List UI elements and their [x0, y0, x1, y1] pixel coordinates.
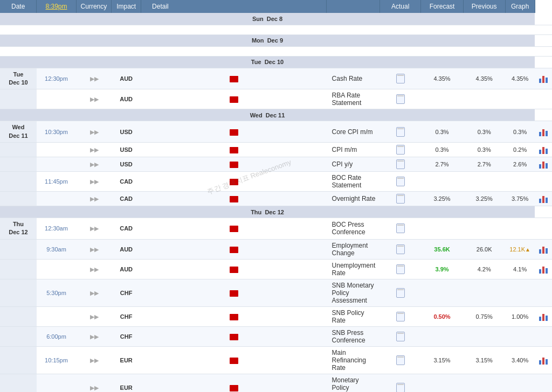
sound-icon[interactable]: ▶▶	[90, 146, 98, 152]
col-header-impact: Impact	[112, 0, 141, 13]
time-cell	[37, 259, 76, 279]
doc-icon[interactable]	[396, 145, 405, 155]
forecast-cell: 26.0K	[463, 239, 505, 259]
day-header-row: Thu Dec 12	[0, 206, 552, 218]
detail-cell: SNB Press Conference	[327, 326, 380, 346]
impact-cell	[141, 306, 327, 326]
day-label: Mon Dec 9	[252, 37, 283, 44]
col-header-time[interactable]: 8:39pm	[37, 0, 76, 13]
actual-cell	[421, 172, 463, 192]
forecast-cell	[463, 218, 505, 240]
sound-icon[interactable]: ▶▶	[90, 313, 98, 319]
flag-icon	[230, 358, 238, 364]
sound-cell: ▶▶	[76, 89, 112, 109]
flag-icon	[230, 226, 238, 232]
sound-cell: ▶▶	[76, 172, 112, 192]
info-cell	[380, 89, 421, 109]
empty-day-row	[0, 46, 552, 56]
col-header-previous: Previous	[463, 0, 505, 13]
previous-cell: 3.75%	[505, 192, 535, 206]
graph-cell	[535, 279, 552, 306]
sound-cell: ▶▶	[76, 218, 112, 240]
flag-icon	[230, 76, 238, 82]
sound-icon[interactable]: ▶▶	[90, 75, 98, 81]
previous-cell	[505, 89, 535, 109]
doc-icon[interactable]	[396, 312, 405, 321]
day-header-row: Tue Dec 10	[0, 56, 552, 68]
impact-cell	[141, 143, 327, 157]
bar-chart-icon[interactable]	[539, 194, 548, 203]
sound-icon[interactable]: ▶▶	[90, 161, 98, 166]
doc-icon[interactable]	[396, 355, 405, 365]
bar-chart-icon[interactable]	[539, 312, 548, 321]
currency-cell: USD	[112, 121, 141, 143]
bar-chart-icon[interactable]	[539, 245, 548, 254]
forecast-cell: 0.3%	[463, 121, 505, 143]
table-row: 5:30pm▶▶CHFSNB Monetary Policy Assessmen…	[0, 279, 552, 306]
bar-chart-icon[interactable]	[539, 160, 548, 169]
sound-icon[interactable]: ▶▶	[90, 129, 98, 134]
graph-cell	[535, 157, 552, 172]
doc-icon[interactable]	[396, 244, 405, 254]
table-row: TueDec 1012:30pm▶▶AUDCash Rate4.35%4.35%…	[0, 68, 552, 89]
doc-icon[interactable]	[396, 194, 405, 204]
info-cell	[380, 326, 421, 346]
date-cell	[0, 192, 37, 206]
actual-cell	[421, 374, 463, 392]
detail-cell: SNB Monetary Policy Assessment	[327, 279, 380, 306]
impact-cell	[141, 326, 327, 346]
detail-cell: BOC Press Conference	[327, 218, 380, 240]
bar-chart-icon[interactable]	[539, 74, 548, 83]
sound-icon[interactable]: ▶▶	[90, 246, 98, 251]
flag-icon	[230, 147, 238, 153]
sound-icon[interactable]: ▶▶	[90, 195, 98, 201]
doc-icon[interactable]	[396, 177, 405, 186]
bar-chart-icon[interactable]	[539, 265, 548, 274]
flag-icon	[230, 196, 238, 202]
doc-icon[interactable]	[396, 127, 405, 137]
graph-cell	[535, 192, 552, 206]
sound-icon[interactable]: ▶▶	[90, 333, 98, 339]
doc-icon[interactable]	[396, 288, 405, 298]
doc-icon[interactable]	[396, 383, 405, 392]
sound-icon[interactable]: ▶▶	[90, 266, 98, 271]
doc-icon[interactable]	[396, 332, 405, 341]
doc-icon[interactable]	[396, 223, 405, 233]
col-header-detail: Detail	[141, 0, 327, 13]
time-cell: 12:30am	[37, 218, 76, 240]
doc-icon[interactable]	[396, 94, 405, 104]
previous-cell	[505, 172, 535, 192]
sound-icon[interactable]: ▶▶	[90, 357, 98, 362]
forecast-cell	[463, 326, 505, 346]
time-cell: 11:45pm	[37, 172, 76, 192]
doc-icon[interactable]	[396, 74, 405, 83]
date-cell	[0, 143, 37, 157]
currency-cell: CHF	[112, 326, 141, 346]
date-cell	[0, 279, 37, 306]
doc-icon[interactable]	[396, 264, 405, 274]
previous-cell	[505, 279, 535, 306]
sound-icon[interactable]: ▶▶	[90, 384, 98, 390]
actual-cell: 0.3%	[421, 121, 463, 143]
forecast-cell: 3.25%	[463, 192, 505, 206]
date-cell	[0, 346, 37, 374]
col-header-forecast: Forecast	[421, 0, 463, 13]
doc-icon[interactable]	[396, 159, 405, 169]
day-header-row: Mon Dec 9	[0, 34, 552, 46]
date-cell: TueDec 10	[0, 68, 37, 89]
bar-chart-icon[interactable]	[539, 356, 548, 365]
currency-cell: EUR	[112, 374, 141, 392]
flag-icon	[230, 129, 238, 136]
impact-cell	[141, 279, 327, 306]
detail-cell: CPI m/m	[327, 143, 380, 157]
forecast-cell	[463, 279, 505, 306]
detail-cell: Overnight Rate	[327, 192, 380, 206]
day-label: Sun Dec 8	[252, 16, 282, 22]
sound-icon[interactable]: ▶▶	[90, 96, 98, 101]
bar-chart-icon[interactable]	[539, 145, 548, 154]
sound-icon[interactable]: ▶▶	[90, 178, 98, 184]
sound-icon[interactable]: ▶▶	[90, 290, 98, 295]
bar-chart-icon[interactable]	[539, 128, 548, 136]
sound-icon[interactable]: ▶▶	[90, 225, 98, 230]
actual-cell	[421, 279, 463, 306]
